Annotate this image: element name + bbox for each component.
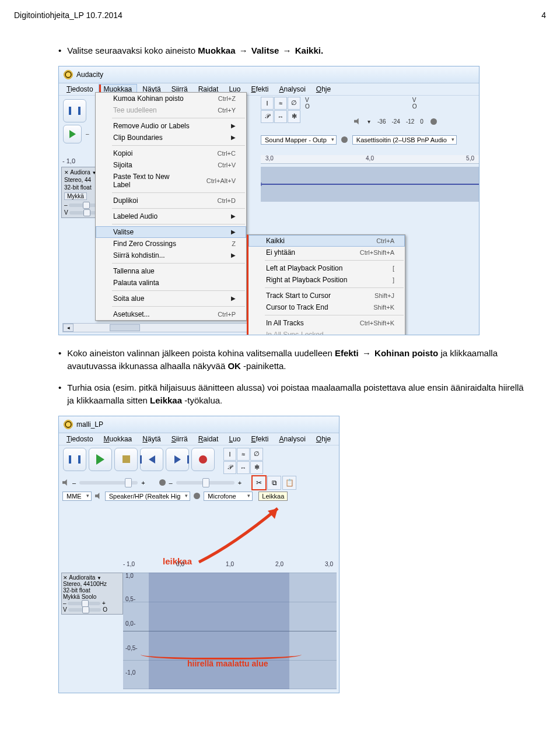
page-number: 4 bbox=[541, 10, 546, 20]
menuitem-soita-alue[interactable]: Soita alue▶ bbox=[96, 293, 246, 304]
solo-button[interactable]: Soolo bbox=[82, 594, 97, 600]
tool-cell[interactable]: ↔ bbox=[274, 110, 287, 123]
menuitem-kumoa-kohinan-poisto[interactable]: Kumoa Kohinan poistoCtrl+Z bbox=[96, 93, 246, 104]
transport-toolbar: I≈∅𝒫↔✻ bbox=[62, 448, 335, 474]
bullet-dot: • bbox=[58, 44, 61, 58]
menuitem-asetukset-[interactable]: Asetukset...Ctrl+P bbox=[96, 308, 246, 320]
menu-muokkaa[interactable]: Muokkaa bbox=[99, 434, 138, 444]
menuitem-paste-text-to-new-label[interactable]: Paste Text to New LabelCtrl+Alt+V bbox=[96, 171, 246, 191]
menuitem-labeled-audio[interactable]: Labeled Audio▶ bbox=[96, 210, 246, 222]
play-button[interactable] bbox=[63, 125, 82, 143]
menu-luo[interactable]: Luo bbox=[223, 434, 246, 444]
menu-siirrä[interactable]: Siirrä bbox=[166, 434, 193, 444]
menuitem-tallenna-alue[interactable]: Tallenna alue bbox=[96, 265, 246, 277]
red-arrow-annotation bbox=[193, 498, 298, 568]
tool-cell[interactable]: ✻ bbox=[288, 110, 300, 123]
menu-analysoi[interactable]: Analysoi bbox=[274, 84, 310, 94]
paste-icon: 📋 bbox=[285, 479, 294, 487]
menuitem-in-all-tracks[interactable]: In All TracksCtrl+Shift+K bbox=[249, 317, 405, 329]
menuitem-remove-audio-or-labels[interactable]: Remove Audio or Labels▶ bbox=[96, 120, 246, 132]
bullet-3-pre: Turhia osia (esim. pitkä hiljaisuus ääni… bbox=[67, 382, 523, 406]
svg-marker-0 bbox=[268, 508, 278, 519]
tool-cell[interactable]: I bbox=[261, 97, 274, 110]
host-select[interactable]: MME bbox=[62, 492, 92, 501]
menu-analysoi[interactable]: Analysoi bbox=[274, 434, 310, 444]
menuitem-duplikoi[interactable]: DuplikoiCtrl+D bbox=[96, 195, 246, 206]
menuitem-siirr-kohdistin-[interactable]: Siirrä kohdistin...▶ bbox=[96, 250, 246, 261]
tools-grid[interactable]: I≈∅𝒫↔✻ bbox=[261, 97, 300, 123]
tool-cell[interactable]: ∅ bbox=[288, 97, 300, 110]
mute-button[interactable]: Mykkä bbox=[63, 594, 80, 600]
output-device-select[interactable]: Sound Mapper - Outp bbox=[261, 135, 337, 145]
tool-cell[interactable]: ✻ bbox=[250, 461, 263, 474]
scroll-thumb[interactable] bbox=[110, 324, 140, 331]
meter-tick: 0 bbox=[420, 118, 424, 125]
tool-cell[interactable]: ↔ bbox=[237, 461, 250, 474]
tool-cell[interactable]: ≈ bbox=[237, 448, 250, 461]
menuitem-right-at-playback-position[interactable]: Right at Playback Position] bbox=[249, 274, 405, 286]
paste-button[interactable]: 📋 bbox=[282, 476, 296, 490]
edit-menu-dropdown[interactable]: Kumoa Kohinan poistoCtrl+ZTee uudelleenC… bbox=[95, 92, 247, 321]
menuitem-shortcut: Ctrl+Shift+A bbox=[360, 249, 394, 256]
tool-cell[interactable]: ≈ bbox=[274, 97, 287, 110]
play-icon bbox=[69, 130, 76, 138]
input-device-select[interactable]: Microfone bbox=[204, 492, 253, 501]
menuitem-in-all-sync-locked-tracks: In All Sync-Locked TracksCtrl+Shift+Y bbox=[249, 329, 405, 335]
menuitem-kopioi[interactable]: KopioiCtrl+C bbox=[96, 148, 246, 159]
menu-efekti[interactable]: Efekti bbox=[246, 84, 274, 94]
menu-efekti[interactable]: Efekti bbox=[246, 434, 274, 444]
menuitem-clip-boundaries[interactable]: Clip Boundaries▶ bbox=[96, 132, 246, 143]
menuitem-sijoita[interactable]: SijoitaCtrl+V bbox=[96, 159, 246, 171]
menu-näytä[interactable]: Näytä bbox=[137, 434, 166, 444]
tool-cell[interactable]: 𝒫 bbox=[261, 110, 274, 123]
timeline-ruler: - 1,00,01,02,03,0 bbox=[59, 560, 339, 567]
horizontal-scrollbar[interactable]: ◂ ▸ bbox=[62, 323, 269, 332]
mute-button[interactable]: Mykkä bbox=[64, 192, 87, 200]
menuitem-cursor-to-track-end[interactable]: Cursor to Track EndShift+K bbox=[249, 301, 405, 313]
track-panel[interactable]: ✕ Audioraita ▼ Stereo, 44100Hz 32-bit fl… bbox=[61, 573, 123, 615]
cut-button[interactable]: ✂ bbox=[252, 476, 266, 490]
tool-cell[interactable]: 𝒫 bbox=[223, 461, 236, 474]
menu-tiedosto[interactable]: Tiedosto bbox=[61, 84, 99, 94]
scroll-left-button[interactable]: ◂ bbox=[63, 324, 74, 332]
copy-button[interactable]: ⧉ bbox=[267, 476, 281, 490]
menu-tiedosto[interactable]: Tiedosto bbox=[61, 434, 99, 444]
input-volume-slider[interactable] bbox=[176, 481, 235, 485]
menuitem-label: Right at Playback Position bbox=[266, 276, 347, 284]
menuitem-left-at-playback-position[interactable]: Left at Playback Position[ bbox=[249, 262, 405, 274]
skip-start-button[interactable] bbox=[140, 448, 163, 471]
menuitem-track-start-to-cursor[interactable]: Track Start to CursorShift+J bbox=[249, 290, 405, 301]
menuitem-palauta-valinta[interactable]: Palauta valinta bbox=[96, 277, 246, 289]
play-button[interactable] bbox=[89, 448, 112, 471]
menu-ohje[interactable]: Ohje bbox=[311, 84, 336, 94]
menu-raidat[interactable]: Raidat bbox=[193, 434, 224, 444]
pan-slider[interactable] bbox=[68, 608, 101, 612]
menuitem-shortcut: ] bbox=[393, 276, 394, 283]
bullet-2-post2: -painiketta. bbox=[243, 361, 286, 371]
stop-button[interactable] bbox=[114, 448, 138, 471]
pause-button[interactable] bbox=[63, 448, 86, 471]
meter-tick: -24 bbox=[391, 118, 400, 125]
speaker-icon bbox=[62, 479, 69, 486]
input-device-select[interactable]: Kasettisoitin (2–USB PnP Audio bbox=[352, 135, 457, 145]
menuitem-valitse[interactable]: Valitse▶ bbox=[96, 226, 246, 238]
menuitem-label: Tallenna alue bbox=[113, 267, 155, 275]
skip-end-button[interactable] bbox=[166, 448, 189, 471]
waveform[interactable] bbox=[261, 167, 479, 202]
pause-button[interactable] bbox=[63, 99, 86, 122]
select-submenu[interactable]: KaikkiCtrl+AEi yhtäänCtrl+Shift+ALeft at… bbox=[247, 234, 405, 335]
output-volume-slider[interactable] bbox=[79, 481, 138, 485]
output-device-select[interactable]: Speaker/HP (Realtek Hig bbox=[105, 492, 191, 501]
tool-cell[interactable]: I bbox=[223, 448, 236, 461]
record-button[interactable] bbox=[191, 448, 215, 471]
page-header: Digitointiohjeita_LP 10.7.2014 4 bbox=[0, 0, 560, 22]
menuitem-kaikki[interactable]: KaikkiCtrl+A bbox=[249, 235, 405, 247]
tools-grid[interactable]: I≈∅𝒫↔✻ bbox=[223, 448, 263, 474]
menuitem-ei-yht-n[interactable]: Ei yhtäänCtrl+Shift+A bbox=[249, 247, 405, 258]
menu-ohje[interactable]: Ohje bbox=[311, 434, 336, 444]
gain-slider[interactable] bbox=[68, 602, 100, 605]
waveform[interactable]: hiirellä maalattu alue bbox=[123, 573, 337, 689]
tool-cell[interactable]: ∅ bbox=[250, 448, 263, 461]
menuitem-find-zero-crossings[interactable]: Find Zero CrossingsZ bbox=[96, 238, 246, 250]
screenshot-audacity-cut: malli_LP TiedostoMuokkaaNäytäSiirräRaida… bbox=[58, 416, 340, 693]
